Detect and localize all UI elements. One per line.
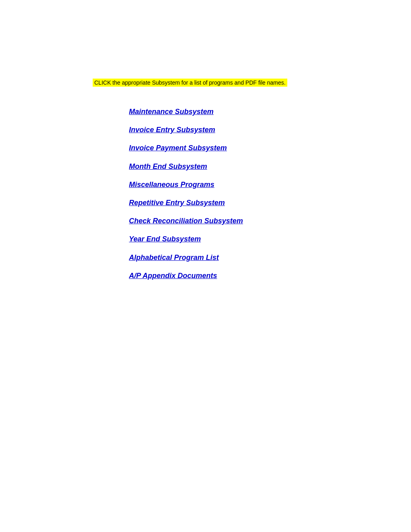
nav-link-check-reconciliation-subsystem[interactable]: Check Reconciliation Subsystem xyxy=(129,212,243,230)
nav-link-repetitive-entry-subsystem[interactable]: Repetitive Entry Subsystem xyxy=(129,194,243,212)
nav-link-ap-appendix-documents[interactable]: A/P Appendix Documents xyxy=(129,267,243,285)
nav-link-year-end-subsystem[interactable]: Year End Subsystem xyxy=(129,230,243,248)
nav-link-maintenance-subsystem[interactable]: Maintenance Subsystem xyxy=(129,103,243,121)
nav-link-miscellaneous-programs[interactable]: Miscellaneous Programs xyxy=(129,176,243,194)
links-container: Maintenance SubsystemInvoice Entry Subsy… xyxy=(129,103,243,285)
nav-link-invoice-payment-subsystem[interactable]: Invoice Payment Subsystem xyxy=(129,139,243,157)
nav-link-alphabetical-program-list[interactable]: Alphabetical Program List xyxy=(129,249,243,267)
nav-link-month-end-subsystem[interactable]: Month End Subsystem xyxy=(129,158,243,176)
nav-link-invoice-entry-subsystem[interactable]: Invoice Entry Subsystem xyxy=(129,121,243,139)
instruction-text: CLICK the appropriate Subsystem for a li… xyxy=(93,79,287,87)
